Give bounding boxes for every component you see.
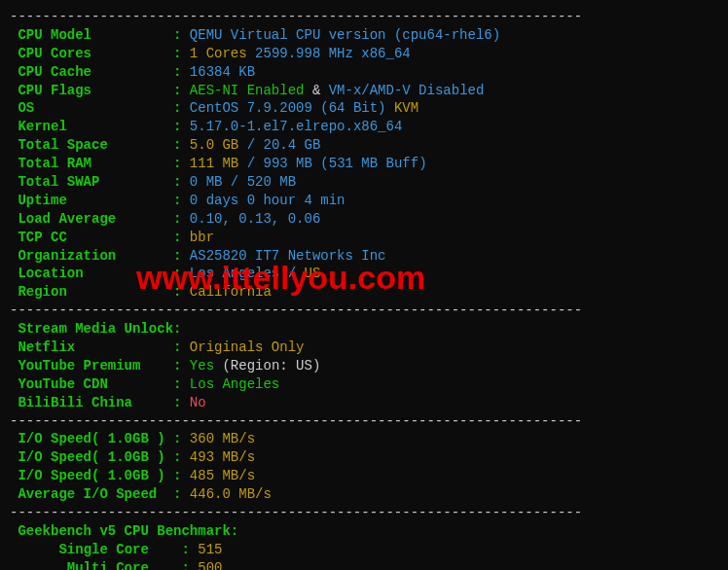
cpu-flag-vmx: VM-x/AMD-V Disabled (329, 83, 485, 98)
row-stream-header: Stream Media Unlock: (10, 320, 718, 338)
region-value: California (190, 284, 272, 300)
single-core-value: 515 (198, 542, 222, 557)
location-country: US (305, 266, 321, 281)
io-value-2: 493 MB/s (190, 449, 255, 465)
ram-used: 111 MB (190, 156, 238, 171)
avg-io-value: 446.0 MB/s (190, 486, 272, 502)
swap-value: 0 MB / 520 MB (190, 174, 296, 190)
row-load: Load Average : 0.10, 0.13, 0.06 (10, 210, 718, 229)
org-value: AS25820 IT7 Networks Inc (190, 248, 386, 264)
row-region: Region : California (10, 283, 718, 302)
ram-buff: (531 MB Buff) (312, 156, 427, 171)
row-os: OS : CentOS 7.9.2009 (64 Bit) KVM (10, 99, 718, 118)
row-org: Organization : AS25820 IT7 Networks Inc (10, 247, 718, 266)
divider: ----------------------------------------… (10, 302, 718, 320)
kernel-value: 5.17.0-1.el7.elrepo.x86_64 (190, 119, 402, 134)
cpu-flag-aesni: AES-NI Enabled (190, 83, 305, 98)
space-used: 5.0 GB (190, 137, 238, 153)
row-cpu-cache: CPU Cache : 16384 KB (10, 63, 718, 82)
row-total-space: Total Space : 5.0 GB / 20.4 GB (10, 136, 718, 155)
row-cpu-cores: CPU Cores : 1 Cores 2599.998 MHz x86_64 (10, 45, 718, 63)
cpu-cache-value: 16384 KB (190, 64, 255, 80)
row-youtube-cdn: YouTube CDN : Los Angeles (10, 375, 718, 394)
row-uptime: Uptime : 0 days 0 hour 4 min (10, 192, 718, 210)
io-value-1: 360 MB/s (190, 431, 255, 446)
row-io-2: I/O Speed( 1.0GB ) : 493 MB/s (10, 448, 718, 467)
cpu-model-value: QEMU Virtual CPU version (cpu64-rhel6) (190, 27, 500, 43)
terminal-output: ----------------------------------------… (10, 8, 718, 570)
cpu-cores-count: 1 Cores (190, 46, 247, 61)
row-io-3: I/O Speed( 1.0GB ) : 485 MB/s (10, 467, 718, 485)
divider: ----------------------------------------… (10, 8, 718, 26)
bilibili-value: No (190, 395, 206, 410)
ytp-yes: Yes (190, 358, 223, 374)
netflix-value: Originals Only (190, 339, 305, 355)
row-geekbench-header: Geekbench v5 CPU Benchmark: (10, 522, 718, 541)
row-location: Location : Los Angeles / US (10, 265, 718, 283)
row-avg-io: Average I/O Speed : 446.0 MB/s (10, 485, 718, 504)
ram-total: 993 MB (264, 156, 312, 171)
location-city: Los Angeles (190, 266, 279, 281)
cpu-cores-freq: 2599.998 MHz x86_64 (247, 46, 411, 61)
row-tcp-cc: TCP CC : bbr (10, 229, 718, 247)
os-value: CentOS 7.9.2009 (64 Bit) (190, 100, 386, 116)
row-cpu-flags: CPU Flags : AES-NI Enabled & VM-x/AMD-V … (10, 82, 718, 100)
multi-core-value: 500 (198, 560, 222, 570)
row-cpu-model: CPU Model : QEMU Virtual CPU version (cp… (10, 26, 718, 45)
row-total-swap: Total SWAP : 0 MB / 520 MB (10, 173, 718, 192)
row-kernel: Kernel : 5.17.0-1.el7.elrepo.x86_64 (10, 118, 718, 136)
row-netflix: Netflix : Originals Only (10, 338, 718, 357)
row-multi-core: Multi Core : 500 (10, 559, 718, 570)
os-virt: KVM (386, 100, 419, 116)
yt-cdn-value: Los Angeles (190, 376, 279, 392)
row-single-core: Single Core : 515 (10, 541, 718, 559)
space-total: 20.4 GB (264, 137, 321, 153)
row-youtube-premium: YouTube Premium : Yes (Region: US) (10, 357, 718, 375)
divider: ----------------------------------------… (10, 412, 718, 431)
row-io-1: I/O Speed( 1.0GB ) : 360 MB/s (10, 430, 718, 448)
load-value: 0.10, 0.13, 0.06 (190, 211, 320, 227)
row-total-ram: Total RAM : 111 MB / 993 MB (531 MB Buff… (10, 155, 718, 173)
row-bilibili: BiliBili China : No (10, 394, 718, 412)
tcp-cc-value: bbr (190, 230, 214, 245)
divider: ----------------------------------------… (10, 504, 718, 522)
ytp-region: (Region: US) (222, 358, 320, 374)
io-value-3: 485 MB/s (190, 468, 255, 483)
uptime-value: 0 days 0 hour 4 min (190, 193, 346, 208)
